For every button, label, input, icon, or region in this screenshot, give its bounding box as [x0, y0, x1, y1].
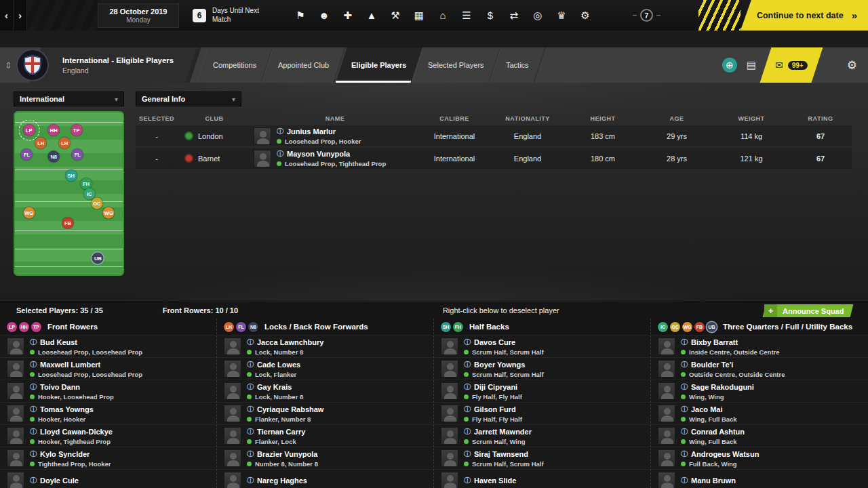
- squad-player-row[interactable]: ⓘToivo DannHooker, Loosehead Prop: [0, 380, 216, 403]
- squad-player-row[interactable]: ⓘNareg Haghes: [217, 470, 433, 488]
- info-icon[interactable]: ⓘ: [247, 338, 254, 347]
- info-icon[interactable]: ⓘ: [681, 427, 688, 436]
- squad-player-row[interactable]: ⓘDoyle Cule: [0, 470, 216, 488]
- column-header-age[interactable]: AGE: [640, 115, 713, 122]
- info-icon[interactable]: ⓘ: [277, 149, 283, 159]
- pitch-position-fl[interactable]: FL: [72, 149, 83, 161]
- info-icon[interactable]: ⓘ: [464, 360, 471, 369]
- info-icon[interactable]: ⓘ: [464, 427, 471, 436]
- squad-player-row[interactable]: ⓘSiraj TawnsendScrum Half, Scrum Half: [434, 447, 650, 470]
- pitch-position-sh[interactable]: SH: [65, 170, 77, 182]
- squad-player-row[interactable]: ⓘCade LowesLock, Flanker: [217, 358, 433, 380]
- info-icon[interactable]: ⓘ: [30, 405, 37, 414]
- back-button[interactable]: ‹: [0, 0, 14, 30]
- squad-player-row[interactable]: ⓘAndrogeus WatsunFull Back, Wing: [651, 447, 868, 470]
- pitch-position-lh[interactable]: LH: [35, 138, 47, 149]
- pitch-position-fb[interactable]: FB: [62, 217, 73, 228]
- info-icon[interactable]: ⓘ: [681, 382, 688, 392]
- date-display[interactable]: 28 October 2019 Monday: [98, 3, 179, 28]
- info-icon[interactable]: ⓘ: [681, 449, 688, 459]
- info-icon[interactable]: ⓘ: [247, 476, 254, 485]
- stadium-icon[interactable]: ⌂: [437, 9, 449, 22]
- squad-player-row[interactable]: ⓘBud KeustLoosehead Prop, Loosehead Prop: [0, 336, 216, 358]
- tab-competitions[interactable]: Competitions: [197, 47, 273, 83]
- info-icon[interactable]: ⓘ: [464, 382, 471, 392]
- column-header-name[interactable]: NAME: [251, 115, 419, 122]
- squad-player-row[interactable]: ⓘMaxwell LumbertLoosehead Prop, Loosehea…: [0, 358, 216, 380]
- tactics-icon[interactable]: ⚒: [389, 9, 401, 22]
- player-icon[interactable]: ☻: [318, 9, 330, 22]
- pitch-position-hh[interactable]: HH: [48, 125, 60, 136]
- squad-player-row[interactable]: ⓘHaven Slide: [434, 470, 650, 488]
- squad-player-row[interactable]: ⓘConrad AshtunWing, Full Back: [651, 425, 868, 447]
- squad-player-row[interactable]: ⓘManu Bruwn: [651, 470, 868, 488]
- continue-button[interactable]: Continue to next date »: [741, 0, 868, 30]
- inbox-button[interactable]: ✉ 99+: [760, 47, 823, 83]
- announce-squad-button[interactable]: + Announce Squad: [762, 304, 853, 317]
- selected-cell[interactable]: -: [136, 155, 178, 163]
- info-icon[interactable]: ⓘ: [464, 449, 471, 459]
- pitch-position-oc[interactable]: OC: [91, 197, 102, 209]
- squad-player-row[interactable]: ⓘJaco MaiWing, Full Back: [651, 403, 868, 425]
- pitch-position-wg[interactable]: WG: [23, 207, 35, 219]
- collapse-header-icon[interactable]: ⇕: [5, 60, 12, 70]
- info-icon[interactable]: ⓘ: [681, 360, 688, 369]
- finances-icon[interactable]: $: [484, 9, 496, 22]
- info-icon[interactable]: ⓘ: [30, 427, 37, 436]
- squad-player-row[interactable]: ⓘJacca LawnchburyLock, Number 8: [217, 336, 433, 358]
- pitch-position-fl[interactable]: FL: [21, 149, 33, 161]
- squad-player-row[interactable]: ⓘSage RakoduguniWing, Wing: [651, 380, 868, 403]
- squad-filter-dropdown[interactable]: International ▾: [14, 92, 124, 106]
- scouting-icon[interactable]: ◎: [532, 9, 544, 22]
- pitch-position-tp[interactable]: TP: [71, 125, 82, 136]
- pitch-position-n8[interactable]: N8: [48, 150, 60, 162]
- table-row[interactable]: -BarnetⓘMayson VunypolaLoosehead Prop, T…: [136, 148, 852, 169]
- info-icon[interactable]: ⓘ: [277, 127, 283, 136]
- squad-player-row[interactable]: ⓘLloyd Cawan-DickyeHooker, Tighthead Pro…: [0, 425, 216, 447]
- medical-icon[interactable]: ✚: [342, 9, 354, 22]
- squad-player-row[interactable]: ⓘCyriaque RabshawFlanker, Number 8: [217, 403, 433, 425]
- info-icon[interactable]: ⓘ: [247, 405, 254, 414]
- transfers-icon[interactable]: ⇄: [508, 9, 520, 22]
- info-icon[interactable]: ⓘ: [681, 476, 688, 485]
- info-icon[interactable]: ⓘ: [247, 360, 254, 369]
- info-icon[interactable]: ⓘ: [30, 382, 37, 392]
- pitch-position-ub[interactable]: UB: [92, 253, 104, 264]
- squad-player-row[interactable]: ⓘBoulder Te'iOutside Centre, Outside Cen…: [651, 358, 868, 380]
- shield-icon[interactable]: ⚑: [294, 9, 307, 22]
- squad-player-row[interactable]: ⓘJarrett MawnderScrum Half, Wing: [434, 425, 650, 447]
- squad-player-row[interactable]: ⓘBrazier VunypolaNumber 8, Number 8: [217, 447, 433, 470]
- tab-appointed-club[interactable]: Appointed Club: [262, 47, 346, 83]
- world-icon[interactable]: ⊕: [722, 58, 737, 73]
- squad-player-row[interactable]: ⓘBoyer YowngsScrum Half, Scrum Half: [434, 358, 650, 380]
- column-header-height[interactable]: HEIGHT: [566, 115, 640, 122]
- name-cell[interactable]: ⓘMayson VunypolaLoosehead Prop, Tighthea…: [251, 149, 419, 167]
- column-header-weight[interactable]: WEIGHT: [713, 115, 789, 122]
- pitch-position-wg[interactable]: WG: [103, 207, 115, 219]
- squad-player-row[interactable]: ⓘTomas YowngsHooker, Hooker: [0, 403, 216, 425]
- info-icon[interactable]: ⓘ: [464, 338, 471, 347]
- forward-button[interactable]: ›: [14, 0, 27, 30]
- info-icon[interactable]: ⓘ: [681, 405, 688, 414]
- info-icon[interactable]: ⓘ: [247, 382, 254, 392]
- column-header-rating[interactable]: RATING: [789, 115, 852, 122]
- squad-player-row[interactable]: ⓘGilson FurdFly Half, Fly Half: [434, 403, 650, 425]
- info-icon[interactable]: ⓘ: [30, 360, 37, 369]
- column-header-club[interactable]: CLUB: [178, 115, 251, 122]
- club-crest[interactable]: [16, 49, 49, 81]
- squad-player-row[interactable]: ⓘDavos CureScrum Half, Scrum Half: [434, 336, 650, 358]
- squad-player-row[interactable]: ⓘGay KraisLock, Number 8: [217, 380, 433, 403]
- tab-selected-players[interactable]: Selected Players: [412, 47, 500, 83]
- info-icon[interactable]: ⓘ: [30, 338, 37, 347]
- column-header-nationality[interactable]: NATIONALITY: [490, 115, 566, 122]
- clipboard-icon[interactable]: ▤: [747, 59, 756, 71]
- info-icon[interactable]: ⓘ: [247, 449, 254, 459]
- selected-cell[interactable]: -: [136, 132, 178, 140]
- settings-gear-icon[interactable]: ⚙: [847, 58, 857, 73]
- info-icon[interactable]: ⓘ: [247, 427, 254, 436]
- table-row[interactable]: -LondonⓘJunius MarlurLoosehead Prop, Hoo…: [136, 125, 852, 147]
- tab-eligible-players[interactable]: Eligible Players: [334, 47, 422, 83]
- name-cell[interactable]: ⓘJunius MarlurLoosehead Prop, Hooker: [251, 127, 419, 145]
- squad-player-row[interactable]: ⓘDiji CipryaniFly Half, Fly Half: [434, 380, 650, 403]
- info-icon[interactable]: ⓘ: [30, 476, 37, 485]
